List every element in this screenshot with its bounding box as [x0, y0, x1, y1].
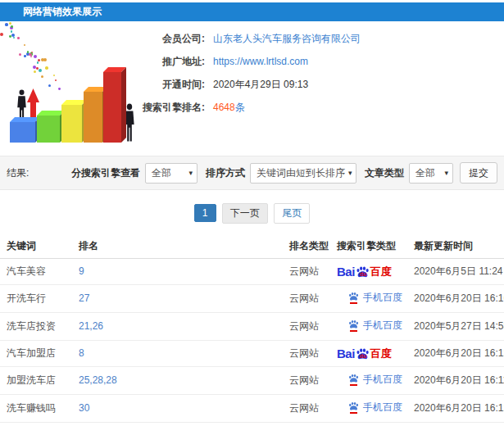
- engine-cell: Bai du 百度: [330, 259, 407, 285]
- open-time-value: 2020年4月29日 09:13: [213, 77, 308, 92]
- filter-controls: 分搜索引擎查看 全部 ▾ 排序方式 关键词由短到长排序 ▾ 文章类型 全部 ▾ …: [63, 162, 497, 184]
- open-time-field: 开通时间: 2020年4月29日 09:13: [129, 77, 361, 92]
- keyword-cell: 汽车美容: [0, 259, 72, 285]
- next-page-button[interactable]: 下一页: [222, 203, 268, 224]
- keyword-cell: 洗车赚钱吗: [0, 395, 72, 423]
- engine-rank-field: 搜索引擎排名: 4648条: [129, 100, 361, 115]
- company-link[interactable]: 山东老人头汽车服务咨询有限公司: [213, 31, 361, 46]
- promotion-url-link[interactable]: https://www.lrtlsd.com: [213, 54, 308, 69]
- table-row: 加盟洗车店 25,28,28 云网站 手机百度 2020年6月20日 16:11: [0, 367, 504, 395]
- time-cell: 2020年6月20日 16:12: [407, 341, 504, 367]
- engine-filter-value: 全部: [152, 164, 171, 183]
- company-label: 会员公司:: [129, 31, 205, 46]
- promotion-url-field: 推广地址: https://www.lrtlsd.com: [129, 54, 361, 69]
- baidu-logo-text-cn: 百度: [370, 266, 392, 277]
- mobile-baidu-logo: 手机百度: [348, 319, 402, 332]
- member-info-panel: 会员公司: 山东老人头汽车服务咨询有限公司 推广地址: https://www.…: [129, 31, 361, 123]
- page-title: 网络营销效果展示: [23, 6, 102, 17]
- table-body: 汽车美容 9 云网站 Bai du 百度 2020年6月5日 11:24 开洗车…: [0, 259, 504, 426]
- baidu-logo-text-du: du: [360, 269, 367, 279]
- engine-cell: 手机百度: [330, 285, 407, 313]
- dropdown-arrow-icon: ▾: [348, 164, 352, 183]
- keyword-cell: 洗车店利润: [0, 423, 72, 426]
- filter-bar: 结果: 分搜索引擎查看 全部 ▾ 排序方式 关键词由短到长排序 ▾ 文章类型 全…: [0, 156, 504, 190]
- engine-type-header: 搜索引擎类型: [330, 234, 407, 259]
- engine-rank-value[interactable]: 4648条: [213, 100, 245, 115]
- rank-header: 排名: [72, 234, 283, 259]
- rank-type-header: 排名类型: [283, 234, 330, 259]
- page-1-button[interactable]: 1: [194, 204, 216, 222]
- article-type-value: 全部: [415, 164, 435, 183]
- rank-type-cell: 云网站: [283, 259, 330, 285]
- bar-chart-illustration: [0, 21, 148, 156]
- rank-cell[interactable]: 30: [72, 395, 283, 423]
- url-label: 推广地址:: [129, 54, 205, 69]
- engine-rank-label: 搜索引擎排名:: [129, 100, 205, 115]
- article-type-label: 文章类型: [365, 166, 404, 180]
- baidu-paw-icon: du: [356, 347, 370, 360]
- mobile-baidu-label: 手机百度: [363, 320, 402, 331]
- rank-cell[interactable]: 8: [72, 341, 283, 367]
- table-row: 洗车店投资 21,26 云网站 手机百度 2020年5月27日 14:58: [0, 313, 504, 341]
- pagination: 1 下一页 尾页: [0, 190, 504, 230]
- summary-section: 会员公司: 山东老人头汽车服务咨询有限公司 推广地址: https://www.…: [0, 21, 504, 156]
- sort-filter-select[interactable]: 关键词由短到长排序 ▾: [250, 163, 356, 184]
- mobile-baidu-logo: 手机百度: [348, 373, 402, 386]
- baidu-logo-text-bai: Bai: [337, 266, 355, 277]
- result-label: 结果:: [7, 166, 29, 180]
- mobile-baidu-label: 手机百度: [363, 374, 402, 385]
- table-header-row: 关键词 排名 排名类型 搜索引擎类型 最新更新时间: [0, 234, 504, 259]
- mobile-baidu-paw-icon: [348, 291, 359, 304]
- rank-type-cell: 云网站: [283, 367, 330, 395]
- table-row: 洗车店利润 30 云网站 手机百度 2020年6月18日 14:27: [0, 423, 504, 426]
- engine-cell: 手机百度: [330, 395, 407, 423]
- mobile-baidu-paw-icon: [348, 373, 359, 386]
- mobile-baidu-logo: 手机百度: [348, 401, 402, 414]
- rank-unit: 条: [235, 102, 245, 113]
- mobile-baidu-underline: [350, 412, 357, 414]
- table-row: 汽车美容 9 云网站 Bai du 百度 2020年6月5日 11:24: [0, 259, 504, 285]
- engine-filter-select[interactable]: 全部 ▾: [145, 163, 198, 184]
- keyword-cell: 开洗车行: [0, 285, 72, 313]
- engine-cell: 手机百度: [330, 367, 407, 395]
- engine-cell: 手机百度: [330, 423, 407, 426]
- baidu-logo-text-du: du: [360, 351, 367, 361]
- time-cell: 2020年6月20日 16:12: [407, 395, 504, 423]
- rank-type-cell: 云网站: [283, 423, 330, 426]
- table-row: 洗车赚钱吗 30 云网站 手机百度 2020年6月20日 16:12: [0, 395, 504, 423]
- table-row: 汽车加盟店 8 云网站 Bai du 百度 2020年6月20日 16:12: [0, 341, 504, 367]
- update-time-header: 最新更新时间: [407, 234, 504, 259]
- mobile-baidu-label: 手机百度: [363, 402, 402, 413]
- rank-cell[interactable]: 21,26: [72, 313, 283, 341]
- rank-cell[interactable]: 27: [72, 285, 283, 313]
- time-cell: 2020年6月5日 11:24: [407, 259, 504, 285]
- engine-cell: 手机百度: [330, 313, 407, 341]
- open-time-label: 开通时间:: [129, 77, 205, 92]
- submit-button[interactable]: 提交: [460, 162, 497, 184]
- dropdown-arrow-icon: ▾: [444, 164, 448, 183]
- rank-cell[interactable]: 30: [72, 423, 283, 426]
- mobile-baidu-paw-icon: [348, 319, 359, 332]
- mobile-baidu-logo: 手机百度: [348, 291, 402, 304]
- rank-cell[interactable]: 25,28,28: [72, 367, 283, 395]
- rank-cell[interactable]: 9: [72, 259, 283, 285]
- mobile-baidu-paw-icon: [348, 401, 359, 414]
- rank-type-cell: 云网站: [283, 395, 330, 423]
- last-page-button[interactable]: 尾页: [274, 203, 310, 224]
- sort-filter-value: 关键词由短到长排序: [257, 164, 345, 183]
- baidu-logo-text-cn: 百度: [370, 348, 392, 359]
- mobile-baidu-underline: [350, 384, 357, 386]
- keyword-cell: 加盟洗车店: [0, 367, 72, 395]
- company-field: 会员公司: 山东老人头汽车服务咨询有限公司: [129, 31, 361, 46]
- time-cell: 2020年5月27日 14:58: [407, 313, 504, 341]
- dropdown-arrow-icon: ▾: [188, 164, 193, 183]
- engine-cell: Bai du 百度: [330, 341, 407, 367]
- time-cell: 2020年6月20日 16:16: [407, 285, 504, 313]
- time-cell: 2020年6月18日 14:27: [407, 423, 504, 426]
- keyword-header: 关键词: [0, 234, 72, 259]
- article-type-select[interactable]: 全部 ▾: [409, 163, 453, 184]
- engine-filter-label: 分搜索引擎查看: [71, 166, 140, 180]
- rank-type-cell: 云网站: [283, 285, 330, 313]
- sort-filter-label: 排序方式: [206, 166, 245, 180]
- mobile-baidu-underline: [350, 330, 357, 332]
